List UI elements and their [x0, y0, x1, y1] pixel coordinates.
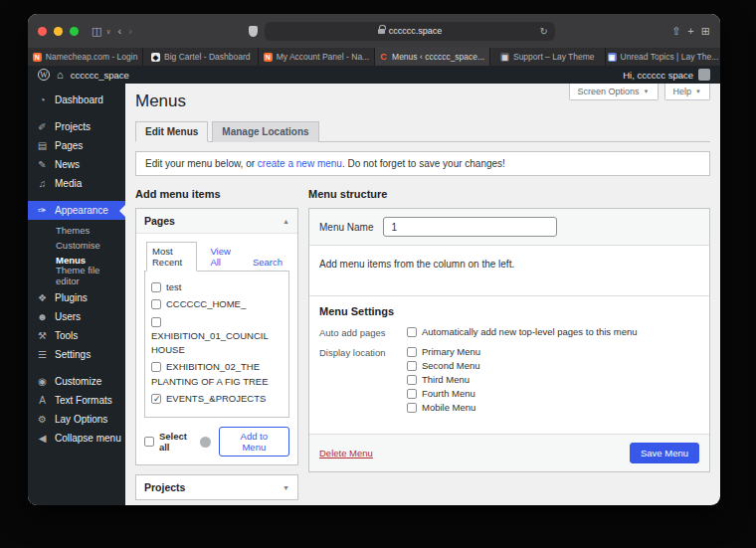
forum-favicon: ▣ — [608, 53, 617, 62]
fourth-menu-checkbox[interactable] — [407, 389, 417, 399]
third-menu-checkbox[interactable] — [407, 375, 417, 385]
pages-accordion: Pages ▲ Most Recent View All Search — [135, 208, 298, 465]
sidebar-item-pages[interactable]: ▤ Pages — [28, 136, 125, 155]
chevron-up-icon: ▲ — [283, 218, 289, 225]
pages-icon: ▤ — [36, 140, 49, 151]
sidebar-item-news[interactable]: ✎ News — [28, 155, 125, 174]
tab-manage-locations[interactable]: Manage Locations — [212, 121, 318, 142]
sidebar-item-dashboard[interactable]: ◔ Dashboard — [28, 91, 125, 109]
minimize-window-button[interactable] — [54, 27, 63, 36]
tab-most-recent[interactable]: Most Recent — [146, 242, 197, 272]
browser-chrome: ◫ ∨ ‹ › cccccc.space ↻ ⇧ + ⊞ — [28, 14, 720, 48]
eye-icon: ◉ — [36, 376, 49, 387]
forward-button[interactable]: › — [128, 26, 132, 37]
tab-view-all[interactable]: View All — [205, 243, 239, 271]
projects-accordion-header[interactable]: Projects ▼ — [136, 475, 297, 499]
chevron-down-icon: ▼ — [695, 89, 701, 94]
sidebar-item-users[interactable]: ☻ Users — [28, 307, 125, 326]
create-new-menu-link[interactable]: create a new menu — [258, 158, 342, 169]
menu-structure-column: Menu structure Menu Name Add menu items … — [308, 188, 710, 505]
menu-name-label: Menu Name — [319, 222, 373, 233]
sidebar-item-text-formats[interactable]: A Text Formats — [28, 391, 125, 410]
sidebar-item-tools[interactable]: ⚒ Tools — [28, 326, 125, 345]
submenu-item-customise[interactable]: Customise — [28, 238, 125, 253]
address-bar[interactable]: cccccc.space ↻ — [265, 22, 555, 41]
pencil-icon: ✎ — [36, 159, 49, 170]
bigcartel-favicon: ◆ — [151, 53, 160, 62]
pin-icon: ✐ — [36, 121, 49, 132]
checkbox[interactable] — [151, 317, 161, 327]
pages-accordion-header[interactable]: Pages ▲ — [136, 209, 297, 234]
select-all-checkbox[interactable] — [144, 437, 154, 447]
delete-menu-link[interactable]: Delete Menu — [319, 448, 373, 458]
sidebar-item-settings[interactable]: ☰ Settings — [28, 345, 125, 364]
tab-edit-menus[interactable]: Edit Menus — [135, 121, 208, 142]
submenu-item-themes[interactable]: Themes — [28, 223, 125, 238]
submenu-item-theme-file-editor[interactable]: Theme file editor — [28, 268, 125, 282]
menu-structure-heading: Menu structure — [308, 188, 710, 200]
site-name-link[interactable]: cccccc_space — [71, 70, 129, 81]
checkbox[interactable] — [151, 362, 161, 372]
sidebar-item-appearance[interactable]: ✑ Appearance — [28, 201, 125, 220]
mobile-menu-checkbox[interactable] — [407, 403, 417, 413]
menu-name-input[interactable] — [383, 217, 557, 237]
home-icon[interactable]: ⌂ — [57, 69, 64, 81]
back-button[interactable]: ‹ — [118, 26, 122, 37]
sidebar-item-lay-options[interactable]: ⚙ Lay Options — [28, 410, 125, 429]
zoom-window-button[interactable] — [70, 27, 79, 36]
wordpress-logo-icon[interactable]: W — [38, 69, 50, 81]
page-checkbox-item: EXHIBITION_01_COUNCIL HOUSE — [151, 315, 283, 358]
settings-icon: ☰ — [36, 349, 49, 360]
brush-icon: ✑ — [36, 205, 49, 216]
share-icon[interactable]: ⇧ — [671, 26, 680, 37]
tab-search[interactable]: Search — [248, 254, 287, 271]
admin-sidebar: ◔ Dashboard ✐ Projects ▤ Pages ✎ News ♫ … — [28, 84, 125, 505]
sidebar-item-projects[interactable]: ✐ Projects — [28, 117, 125, 136]
browser-tab-bigcartel[interactable]: ◆ Big Cartel - Dashboard — [143, 48, 259, 66]
auto-add-pages-checkbox[interactable] — [407, 327, 417, 337]
second-menu-checkbox[interactable] — [407, 361, 417, 371]
browser-tab-account-panel[interactable]: N My Account Panel - Na... — [259, 48, 374, 66]
reload-icon[interactable]: ↻ — [540, 26, 548, 37]
add-menu-items-heading: Add menu items — [135, 188, 298, 200]
screen-options-button[interactable]: Screen Options ▼ — [569, 84, 659, 100]
chevron-down-icon[interactable]: ∨ — [105, 28, 110, 35]
sidebar-item-plugins[interactable]: ❖ Plugins — [28, 288, 125, 307]
help-button[interactable]: Help ▼ — [664, 84, 710, 100]
pages-filter-tabs: Most Recent View All Search — [144, 242, 289, 272]
browser-tab-namecheap[interactable]: N Namecheap.com - Login — [28, 48, 143, 66]
checkbox[interactable] — [151, 394, 161, 404]
avatar[interactable] — [698, 69, 710, 81]
save-menu-button[interactable]: Save Menu — [630, 443, 699, 463]
wp-admin-bar: W ⌂ cccccc_space Hi, cccccc space — [28, 66, 720, 84]
browser-tab-menus-active[interactable]: C Menus ‹ cccccc_space... — [375, 48, 490, 66]
sidebar-item-media[interactable]: ♫ Media — [28, 174, 125, 193]
sidebar-item-collapse-menu[interactable]: ◀ Collapse menu — [28, 429, 125, 448]
checkbox[interactable] — [151, 299, 161, 309]
display-location-label: Display location — [319, 346, 407, 416]
add-to-menu-button[interactable]: Add to Menu — [219, 427, 289, 457]
menu-settings-section: Menu Settings Auto add pages Automatical… — [309, 295, 709, 434]
gear-icon: ⚙ — [36, 414, 49, 425]
browser-tab-support[interactable]: ▦ Support – Lay Theme — [490, 48, 606, 66]
sidebar-item-customize[interactable]: ◉ Customize — [28, 372, 125, 391]
auto-add-pages-label: Auto add pages — [319, 326, 407, 338]
location-option: Third Menu — [407, 374, 480, 385]
sidebar-toggle-icon[interactable]: ◫ — [92, 26, 101, 37]
primary-menu-checkbox[interactable] — [407, 347, 417, 357]
new-tab-icon[interactable]: + — [687, 26, 693, 37]
browser-tab-bar: N Namecheap.com - Login ◆ Big Cartel - D… — [28, 48, 720, 66]
edit-menu-notice: Edit your menu below, or create a new me… — [135, 151, 710, 176]
location-option: Primary Menu — [407, 346, 480, 357]
privacy-shield-icon[interactable] — [249, 26, 258, 37]
chevron-down-icon: ▼ — [644, 89, 650, 94]
namecheap-favicon: N — [33, 53, 42, 62]
main-content: Screen Options ▼ Help ▼ Menus Edit Menus… — [125, 84, 720, 505]
page-checkbox-item: test — [151, 280, 283, 294]
tab-overview-icon[interactable]: ⊞ — [701, 26, 710, 37]
checkbox[interactable] — [151, 282, 161, 292]
browser-tab-forum[interactable]: ▣ Unread Topics | Lay The... — [606, 48, 720, 66]
account-greeting[interactable]: Hi, cccccc space — [623, 70, 693, 81]
spinner-icon — [200, 437, 211, 448]
close-window-button[interactable] — [38, 27, 47, 36]
